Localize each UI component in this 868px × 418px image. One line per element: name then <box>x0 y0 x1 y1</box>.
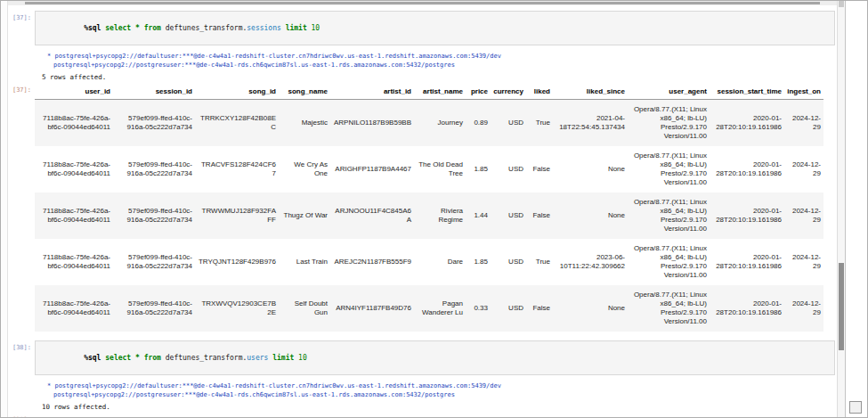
table-cell: USD <box>491 285 526 332</box>
table-cell: USD <box>491 100 526 147</box>
column-header: artist_name <box>414 85 466 100</box>
prompt-spacer <box>8 47 35 51</box>
table-cell: False <box>526 193 553 239</box>
table-cell: None <box>553 146 628 193</box>
output-prompt: [38]: <box>8 413 35 417</box>
code-token: %sql <box>84 354 101 362</box>
table-cell: 579ef099-ffed-410c-916a-05c222d7a734 <box>113 146 195 193</box>
column-header: latitude <box>450 414 494 417</box>
table-cell: 7118b8ac-75fe-426a-bf6c-09044ed64011 <box>35 146 113 193</box>
code-input[interactable]: %sql select * from deftunes_transform.us… <box>35 340 835 375</box>
table-cell: 1.44 <box>466 193 491 239</box>
code-line: %sql select * from deftunes_transform.us… <box>84 354 307 362</box>
table-cell: ARN4IYF1187FB49D76 <box>330 285 414 332</box>
column-header: user_id <box>35 85 113 100</box>
table-cell: 2020-01-28T20:10:19.161986 <box>710 239 784 285</box>
table-cell: 2020-01-28T20:10:19.161986 <box>710 193 784 239</box>
window-resize-corner <box>849 401 862 414</box>
table-cell: Opera/8.77.(X11; Linux x86_64; lb-LU) Pr… <box>628 193 710 239</box>
column-header: song_id <box>195 85 279 100</box>
table-cell: USD <box>491 239 526 285</box>
table-cell: 2021-04-18T22:54:45.137434 <box>553 100 628 147</box>
table-cell: Opera/8.77.(X11; Linux x86_64; lb-LU) Pr… <box>628 146 710 193</box>
jupyter-notebook-window: [37]: %sql select * from deftunes_transf… <box>0 0 868 418</box>
table-cell: 1.85 <box>466 239 491 285</box>
sessions-result-table: user_idsession_idsong_idsong_nameartist_… <box>35 85 823 332</box>
horizontal-scrollbar-thumb[interactable] <box>25 2 821 4</box>
users-result-table: user_iduser_lastnameuser_nameuser_sincei… <box>35 414 831 417</box>
rows-affected-message: 10 rows affected. <box>42 402 837 412</box>
table-cell: The Old Dead Tree <box>414 146 466 193</box>
scrollbar-up-button[interactable] <box>839 1 844 7</box>
table-cell: 2024-12-29 <box>784 285 823 332</box>
header-row: user_iduser_lastnameuser_nameuser_sincei… <box>35 414 831 417</box>
column-header: liked_since <box>553 85 628 100</box>
table-cell: 2020-01-28T20:10:19.161986 <box>710 146 784 193</box>
table-cell: 2020-01-28T20:10:19.161986 <box>710 100 784 147</box>
vertical-scrollbar[interactable] <box>837 1 845 417</box>
column-header: user_name <box>232 414 291 417</box>
column-header: song_name <box>279 85 330 100</box>
table-cell: 579ef099-ffed-410c-916a-05c222d7a734 <box>113 100 195 147</box>
column-header: user_id <box>35 414 177 417</box>
table-cell: ARIGHFP1187B9A4467 <box>330 146 414 193</box>
table-cell: USD <box>491 193 526 239</box>
table-cell: 0.33 <box>466 285 491 332</box>
table-cell: 1.85 <box>466 146 491 193</box>
code-token: users <box>247 354 268 362</box>
table-cell: 2024-12-29 <box>784 100 823 147</box>
input-prompt: [38]: <box>8 340 35 351</box>
column-header: user_since <box>291 414 396 417</box>
table-cell: ARPNILO1187B9B59BB <box>330 100 414 147</box>
connection-string: * postgresql+psycopg2://defaultuser:***@… <box>47 52 837 61</box>
table-cell: 7118b8ac-75fe-426a-bf6c-09044ed64011 <box>35 193 113 239</box>
column-header: artist_id <box>330 85 414 100</box>
column-header: user_agent <box>628 85 710 100</box>
table-row: 7118b8ac-75fe-426a-bf6c-09044ed64011579e… <box>35 146 823 193</box>
code-token: select <box>105 354 131 362</box>
code-input[interactable]: %sql select * from deftunes_transform.se… <box>35 11 835 45</box>
column-header: country_code <box>614 414 675 417</box>
code-token: limit <box>272 354 294 362</box>
column-header: processing_timestamp <box>739 414 831 417</box>
column-header: liked <box>526 85 553 100</box>
vertical-scrollbar-thumb[interactable] <box>839 263 844 350</box>
table-cell: 7118b8ac-75fe-426a-bf6c-09044ed64011 <box>35 285 113 332</box>
header-row: user_idsession_idsong_idsong_nameartist_… <box>35 85 823 100</box>
column-header: session_id <box>113 85 195 100</box>
table-cell: Riviera Regime <box>414 193 466 239</box>
code-token: select <box>105 24 131 32</box>
table-cell: 7118b8ac-75fe-426a-bf6c-09044ed64011 <box>35 100 113 147</box>
table-row: 7118b8ac-75fe-426a-bf6c-09044ed64011579e… <box>35 193 823 239</box>
table-row: 7118b8ac-75fe-426a-bf6c-09044ed64011579e… <box>35 285 823 332</box>
connection-string: postgresql+psycopg2://postgresuser:***@d… <box>53 390 837 400</box>
window-right-gutter <box>845 1 867 417</box>
table-cell: Opera/8.77.(X11; Linux x86_64; lb-LU) Pr… <box>628 100 710 147</box>
table-cell: 579ef099-ffed-410c-916a-05c222d7a734 <box>113 285 195 332</box>
column-header: price <box>466 85 491 100</box>
table-cell: None <box>553 193 628 239</box>
column-header: session_start_time <box>710 85 784 100</box>
code-token: limit <box>286 24 307 32</box>
table-cell: None <box>553 285 628 332</box>
column-header: ingest_on <box>396 414 450 417</box>
column-header: ingest_on <box>784 85 823 100</box>
result-output-area: user_iduser_lastnameuser_nameuser_sincei… <box>35 413 837 417</box>
table-cell: 2023-06-10T11:22:42.309662 <box>553 239 628 285</box>
code-token: %sql <box>84 24 101 32</box>
column-header: currency <box>491 85 526 100</box>
window-left-edge <box>1 1 8 417</box>
table-cell: 2020-01-28T20:10:19.161986 <box>710 285 784 332</box>
code-token: 10 <box>312 24 320 32</box>
table-cell: ARJNOOU11F4C845A6A <box>330 193 414 239</box>
result-output-area: user_idsession_idsong_idsong_nameartist_… <box>35 83 837 337</box>
rows-affected-message: 5 rows affected. <box>42 72 837 82</box>
table-cell: False <box>526 146 553 193</box>
notebook-content-area: [37]: %sql select * from deftunes_transf… <box>8 5 837 417</box>
column-header: timezone <box>675 414 739 417</box>
connection-string: postgresql+psycopg2://postgresuser:***@d… <box>53 61 837 70</box>
table-cell: Opera/8.77.(X11; Linux x86_64; lb-LU) Pr… <box>628 239 710 285</box>
output-prompt: [37]: <box>8 83 35 94</box>
table-cell: Journey <box>414 100 466 147</box>
table-row: 7118b8ac-75fe-426a-bf6c-09044ed64011579e… <box>35 239 823 285</box>
